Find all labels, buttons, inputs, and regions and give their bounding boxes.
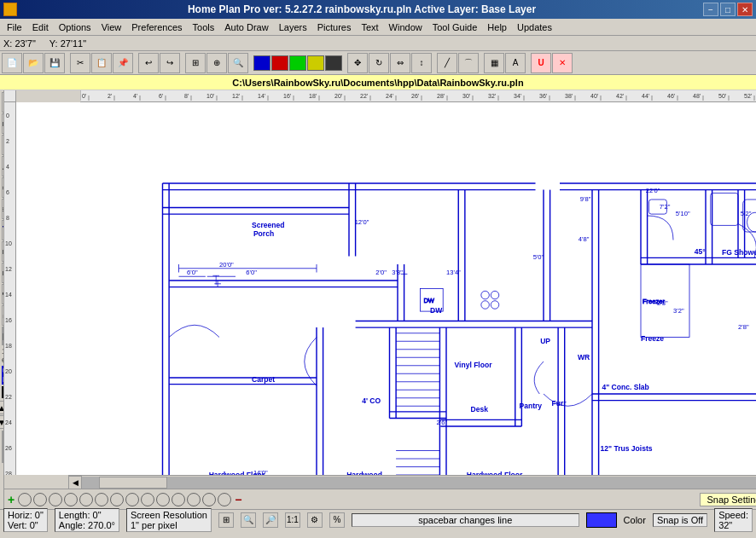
zoom-circle-3[interactable] [49,493,62,506]
zoom-in-status[interactable]: 🔍 [241,512,256,528]
scroll-track-h[interactable] [82,477,756,489]
scroll-thumb-h[interactable] [99,477,167,489]
zoom-circle-6[interactable] [95,493,108,506]
svg-text:Freezer: Freezer [643,298,666,305]
zoom-circle-11[interactable] [172,493,185,506]
speed-value: 32" [718,520,732,530]
grid-button[interactable]: ⊞ [185,53,206,73]
zoom-in-tb[interactable]: 🔍 [228,53,248,73]
svg-text:2'6": 2'6" [437,419,448,426]
redo-button[interactable]: ↪ [160,53,180,73]
snap-settings-button[interactable]: Snap Settings [700,493,757,506]
menu-file[interactable]: File [2,20,27,34]
save-button[interactable]: 💾 [44,53,65,73]
color-red[interactable] [271,55,288,71]
maximize-button[interactable]: □ [720,3,736,16]
usa-mode[interactable]: USA Mode [2,366,3,385]
zoom-circle-9[interactable] [141,493,154,506]
svg-text:52': 52' [744,93,752,99]
zoom-circle-5[interactable] [79,493,93,506]
menu-preferences[interactable]: Preferences [126,20,187,34]
titlebar: Home Plan Pro ver: 5.2.27.2 rainbowsky.r… [0,0,756,19]
color-yellow[interactable] [307,55,324,71]
mirror-button[interactable]: ⇔ [390,53,410,73]
menu-edit[interactable]: Edit [27,20,54,34]
arc-button[interactable]: ⌒ [458,53,479,73]
cut-button[interactable]: ✂ [70,53,90,73]
svg-text:14': 14' [258,93,265,99]
horizontal-scrollbar[interactable]: ◀ ▶ [68,475,756,489]
copy-button[interactable]: 📋 [91,53,112,73]
zoom-out-status[interactable]: 🔎 [263,512,278,528]
undo-last[interactable]: U [531,53,551,73]
menu-pictures[interactable]: Pictures [312,20,357,34]
menu-toolguide[interactable]: Tool Guide [427,20,483,34]
open-button[interactable]: 📂 [23,53,44,73]
snap-button[interactable]: ⊕ [206,53,227,73]
color-dark[interactable] [325,55,342,71]
zoom-circle-10[interactable] [156,493,170,506]
menu-view[interactable]: View [96,20,127,34]
scroll-left[interactable]: ◀ [68,476,82,489]
zoom-custom[interactable]: ⚙ [307,512,323,528]
svg-text:16: 16 [5,317,12,323]
svg-text:24: 24 [5,419,12,425]
resolution-value: 1" per pixel [131,520,177,530]
window-controls: − □ ✕ [703,3,753,16]
drawing-canvas[interactable]: Screened Porch Carpet Hardwood Floor Har… [16,102,756,475]
zoom-circle-4[interactable] [64,493,78,506]
svg-text:2: 2 [6,138,9,144]
svg-text:6': 6' [159,93,163,99]
zoom-minus-icon[interactable]: − [235,493,241,506]
speed-label: Speed: [718,510,748,520]
new-button[interactable]: 📄 [2,53,22,73]
color-indicator[interactable] [586,512,617,528]
zoom-circle-7[interactable] [110,493,124,506]
menu-tools[interactable]: Tools [188,20,220,34]
svg-text:18: 18 [5,343,12,349]
hatch-button[interactable]: ▦ [484,53,504,73]
menu-text[interactable]: Text [356,20,383,34]
undo-button[interactable]: ↩ [138,53,159,73]
close-button[interactable]: ✕ [737,3,753,16]
line-button[interactable]: ╱ [437,53,457,73]
delete-button[interactable]: ✕ [552,53,573,73]
svg-text:38': 38' [565,93,573,99]
menu-autodraw[interactable]: Auto Draw [219,20,273,34]
scale-button[interactable]: ↕ [411,53,432,73]
menu-updates[interactable]: Updates [512,20,557,34]
app-icon [3,3,17,16]
zoom-fit[interactable]: ⊞ [218,512,234,528]
zoom-actual[interactable]: 1:1 [285,512,300,528]
zoom-percent[interactable]: % [329,512,345,528]
text-button[interactable]: A [505,53,526,73]
svg-text:10: 10 [5,240,12,246]
svg-text:Carpet: Carpet [252,375,275,384]
svg-text:22: 22 [5,394,12,400]
svg-text:2': 2' [108,93,112,99]
zoom-plus-icon[interactable]: + [8,493,15,506]
redraw-button[interactable]: Redraw [2,327,3,345]
minimize-button[interactable]: − [703,3,718,16]
move-button[interactable]: ✥ [347,53,368,73]
color-green[interactable] [289,55,306,71]
color-blue[interactable] [253,55,270,71]
menu-layers[interactable]: Layers [274,20,312,34]
rotate-button[interactable]: ↻ [369,53,389,73]
zoom-circle-2[interactable] [33,493,47,506]
svg-text:8': 8' [184,93,189,99]
zoom-circle-8[interactable] [125,493,139,506]
zoom-circle-14[interactable] [218,493,231,506]
svg-text:18': 18' [309,93,317,99]
zoom-circle-13[interactable] [202,493,216,506]
svg-point-207 [491,301,499,309]
color-swatch[interactable] [2,386,3,398]
zoom-circle-1[interactable] [18,493,32,506]
zoom-circle-12[interactable] [187,493,201,506]
menu-window[interactable]: Window [384,20,427,34]
paste-button[interactable]: 📌 [113,53,133,73]
menu-help[interactable]: Help [482,20,512,34]
menu-options[interactable]: Options [54,20,96,34]
horiz-status: Horiz: 0" Vert: 0" [3,508,48,532]
filepath-text: C:\Users\RainbowSky.ru\Documents\hpp\Dat… [232,78,523,88]
